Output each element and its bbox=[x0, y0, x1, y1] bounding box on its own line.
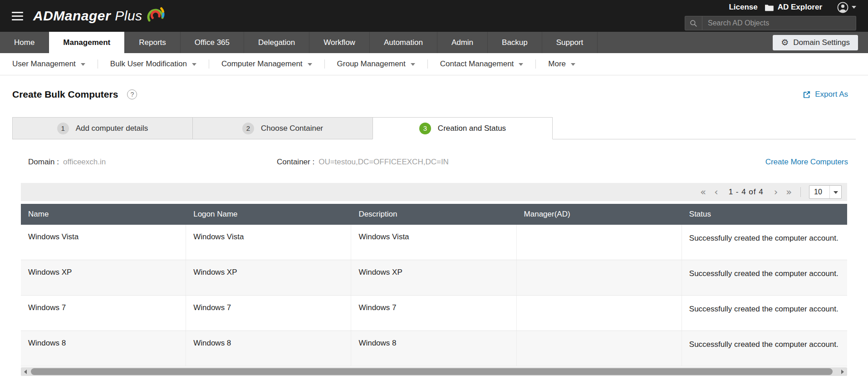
chevron-down-icon bbox=[192, 63, 196, 66]
subnav-item-computer-management[interactable]: Computer Management bbox=[221, 59, 312, 69]
divider bbox=[98, 59, 98, 69]
container-value: OU=testou,DC=OFFICEEXCH,DC=IN bbox=[319, 158, 449, 167]
horizontal-scrollbar bbox=[21, 367, 847, 376]
wizard-step-1[interactable]: 1 Add computer details bbox=[12, 117, 192, 139]
info-row: Domain : officeexch.in Container : OU=te… bbox=[28, 158, 848, 167]
scroll-left-button[interactable] bbox=[21, 367, 30, 376]
subnav-item-bulk-user-modification[interactable]: Bulk User Modification bbox=[110, 59, 196, 69]
menu-icon[interactable] bbox=[12, 10, 23, 22]
cell-status: Successfully created the computer accoun… bbox=[682, 225, 847, 260]
subnav-label: Group Management bbox=[337, 59, 406, 69]
cell-manager bbox=[517, 225, 682, 260]
cell-name: Windows 8 bbox=[21, 331, 186, 366]
nav-tab-delegation[interactable]: Delegation bbox=[244, 32, 309, 53]
nav-tab-automation[interactable]: Automation bbox=[370, 32, 437, 53]
scrollbar-thumb[interactable] bbox=[31, 368, 833, 375]
divider bbox=[324, 59, 325, 69]
page-size-select[interactable]: 10 bbox=[809, 185, 842, 199]
status-text: Successfully created the computer accoun… bbox=[689, 303, 839, 315]
help-icon[interactable]: ? bbox=[127, 89, 137, 99]
chevron-down-icon bbox=[571, 63, 575, 66]
step-label: Add computer details bbox=[76, 124, 148, 133]
step-number: 1 bbox=[57, 123, 69, 134]
subnav-label: Bulk User Modification bbox=[110, 59, 187, 69]
chevron-down-icon bbox=[411, 63, 415, 66]
chevron-down-icon bbox=[81, 63, 85, 66]
table-row: Windows Vista Windows Vista Windows Vist… bbox=[21, 225, 847, 260]
divider bbox=[427, 59, 428, 69]
nav-tab-office-365[interactable]: Office 365 bbox=[181, 32, 244, 53]
nav-tab-home[interactable]: Home bbox=[0, 32, 49, 53]
table-row: Windows 8 Windows 8 Windows 8 Successful… bbox=[21, 331, 847, 366]
domain-settings-button[interactable]: ⚙ Domain Settings bbox=[773, 35, 858, 50]
nav-tab-management[interactable]: Management bbox=[49, 32, 125, 53]
cell-name: Windows XP bbox=[21, 260, 186, 295]
create-more-computers-link[interactable]: Create More Computers bbox=[765, 158, 848, 167]
export-as-label: Export As bbox=[815, 90, 848, 99]
results-table: Name Logon Name Description Manager(AD) … bbox=[21, 204, 847, 366]
topbar-links: License AD Explorer bbox=[729, 1, 856, 13]
chevron-left-icon bbox=[24, 370, 27, 374]
subnav-item-contact-management[interactable]: Contact Management bbox=[440, 59, 524, 69]
subnav-item-group-management[interactable]: Group Management bbox=[337, 59, 415, 69]
cell-manager bbox=[517, 331, 682, 366]
cell-description: Windows XP bbox=[351, 260, 516, 295]
column-header-status: Status bbox=[682, 210, 847, 219]
divider bbox=[800, 187, 801, 197]
pagination-first-button[interactable]: « bbox=[696, 188, 710, 197]
license-link[interactable]: License bbox=[729, 3, 757, 12]
app-logo: ADManagerPlus bbox=[33, 8, 165, 24]
pagination-range: 1 - 4 of 4 bbox=[729, 188, 764, 197]
logo-suffix: Plus bbox=[115, 8, 142, 23]
search-input[interactable] bbox=[702, 19, 856, 27]
nav-tab-support[interactable]: Support bbox=[542, 32, 598, 53]
ad-explorer-link[interactable]: AD Explorer bbox=[765, 3, 822, 12]
subnav-item-more[interactable]: More bbox=[548, 59, 575, 69]
nav-tab-workflow[interactable]: Workflow bbox=[309, 32, 370, 53]
step-number: 2 bbox=[242, 123, 254, 134]
subnav-label: More bbox=[548, 59, 566, 69]
domain-value: officeexch.in bbox=[63, 158, 106, 167]
step-number: 3 bbox=[419, 123, 431, 134]
top-bar: ADManagerPlus License AD Explorer bbox=[0, 0, 868, 32]
app-logo-text: ADManagerPlus bbox=[33, 8, 142, 24]
export-icon bbox=[802, 90, 811, 99]
user-menu[interactable] bbox=[837, 2, 856, 13]
nav-tab-admin[interactable]: Admin bbox=[437, 32, 488, 53]
sub-nav: User Management Bulk User Modification C… bbox=[0, 53, 868, 75]
search-icon[interactable] bbox=[685, 16, 702, 30]
export-as-link[interactable]: Export As bbox=[802, 90, 848, 99]
chevron-down-icon bbox=[519, 63, 523, 66]
table-row: Windows XP Windows XP Windows XP Success… bbox=[21, 260, 847, 296]
wizard-step-3[interactable]: 3 Creation and Status bbox=[373, 117, 553, 139]
cell-status: Successfully created the computer accoun… bbox=[682, 260, 847, 295]
chevron-right-icon bbox=[841, 370, 844, 374]
status-text: Successfully created the computer accoun… bbox=[689, 339, 839, 351]
nav-tab-backup[interactable]: Backup bbox=[488, 32, 542, 53]
divider bbox=[535, 59, 536, 69]
scrollbar-track[interactable] bbox=[30, 367, 838, 376]
container-info: Container : OU=testou,DC=OFFICEEXCH,DC=I… bbox=[277, 158, 449, 167]
gear-icon: ⚙ bbox=[781, 38, 789, 47]
column-header-description: Description bbox=[351, 210, 516, 219]
pagination-next-button[interactable]: › bbox=[770, 188, 782, 197]
chevron-down-icon bbox=[834, 191, 838, 194]
column-header-logon-name: Logon Name bbox=[186, 210, 351, 219]
nav-tab-reports[interactable]: Reports bbox=[125, 32, 181, 53]
topbar-right: License AD Explorer bbox=[685, 1, 856, 30]
cell-status: Successfully created the computer accoun… bbox=[682, 296, 847, 331]
scroll-right-button[interactable] bbox=[838, 367, 847, 376]
container-label: Container : bbox=[277, 158, 314, 167]
pagination-prev-button[interactable]: ‹ bbox=[710, 188, 722, 197]
logo-swoosh-icon bbox=[144, 5, 165, 24]
pagination-bar: « ‹ 1 - 4 of 4 › » 10 bbox=[21, 183, 847, 201]
subnav-label: Computer Management bbox=[221, 59, 303, 69]
divider bbox=[209, 59, 209, 69]
status-text: Successfully created the computer accoun… bbox=[689, 268, 839, 280]
cell-status: Successfully created the computer accoun… bbox=[682, 331, 847, 366]
wizard-step-2[interactable]: 2 Choose Container bbox=[192, 117, 373, 139]
cell-manager bbox=[517, 260, 682, 295]
subnav-item-user-management[interactable]: User Management bbox=[12, 59, 85, 69]
pagination-last-button[interactable]: » bbox=[782, 188, 796, 197]
column-header-name: Name bbox=[21, 210, 186, 219]
